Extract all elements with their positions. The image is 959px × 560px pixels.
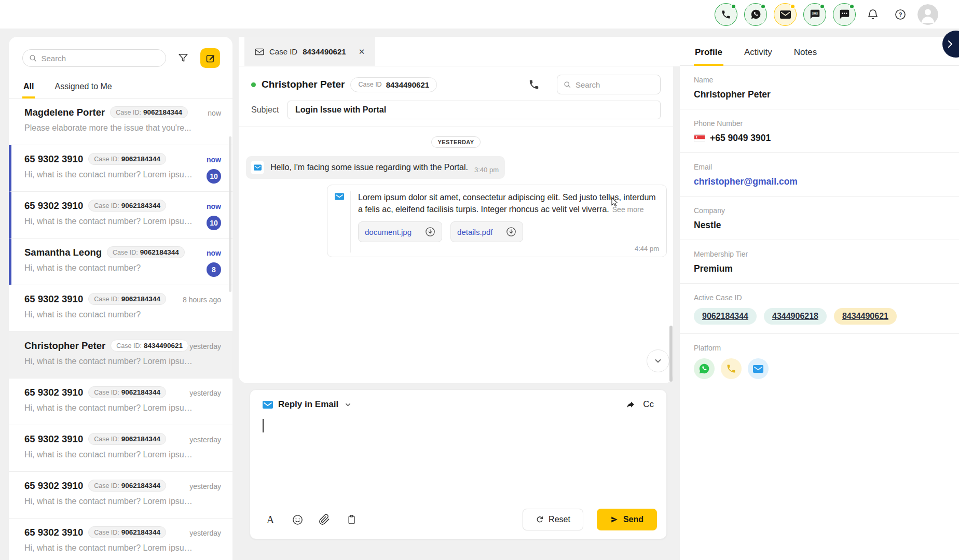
conversation-row[interactable]: 65 9302 3910 Case ID:9062184344 yesterda… [9,519,232,560]
case-id-pill: Case ID:9062184344 [88,433,166,445]
conversation-row[interactable]: 65 9302 3910 Case ID:9062184344 yesterda… [9,472,232,519]
filter-button[interactable] [173,48,193,68]
online-status-dot [251,82,256,87]
tab-assigned-to-me[interactable]: Assigned to Me [53,75,113,99]
sidebar-search-row [9,37,232,75]
chat-search[interactable] [557,75,661,94]
channel-email-button[interactable] [774,3,797,26]
reply-mode-label: Reply in Email [278,399,338,410]
call-icon[interactable] [528,79,540,90]
email-icon [780,10,791,19]
profile-field-company: Company Nestle [680,197,959,240]
paperclip-icon [319,514,330,525]
chat-scrollbar[interactable] [669,326,673,382]
timestamp: now [207,249,221,257]
contact-name: 65 9302 3910 [24,433,83,445]
profile-phone-value: +65 9049 3901 [710,133,771,144]
bell-icon [867,8,879,21]
compose-button[interactable] [200,48,220,68]
scroll-to-bottom-button[interactable] [647,349,669,372]
platform-whatsapp-icon[interactable] [694,358,715,379]
conversation-row[interactable]: 65 9302 3910 Case ID:9062184344 now Hi, … [9,192,232,239]
conversation-row-selected[interactable]: Christopher Peter Case ID:8434490621 yes… [9,332,232,379]
help-button[interactable]: ? [890,4,911,25]
download-icon[interactable] [506,227,516,237]
notifications-button[interactable] [862,4,883,25]
message-preview: Hi, what is the contact number? Lorem ip… [24,357,221,366]
status-dot [760,4,766,9]
message-preview: Hi, what is the contact number? Lorem ip… [24,403,221,413]
conversation-list: Magdelene Porter Case ID:9062184344 now … [9,99,232,560]
conversation-row[interactable]: 65 9302 3910 Case ID:9062184344 yesterda… [9,379,232,425]
channel-phone-button[interactable] [715,3,737,26]
tab-activity[interactable]: Activity [743,37,773,66]
user-avatar[interactable] [917,4,938,25]
active-case-link-current[interactable]: 8434490621 [834,308,897,325]
singapore-flag-icon [694,134,705,142]
sidebar-search-input[interactable] [42,54,160,63]
chat-search-input[interactable] [576,80,654,89]
reset-button[interactable]: Reset [523,509,583,530]
conversation-row[interactable]: 65 9302 3910 Case ID:9062184344 yesterda… [9,425,232,472]
reply-mode-dropdown[interactable] [345,401,351,408]
conversation-row[interactable]: 65 9302 3910 Case ID:9062184344 8 hours … [9,285,232,332]
cc-button[interactable]: Cc [643,399,654,410]
whatsapp-icon [750,9,761,20]
channel-sms-button[interactable]: SMS [803,3,826,26]
contact-name: 65 9302 3910 [24,527,83,538]
case-id-pill: Case ID:9062184344 [107,246,185,258]
subject-input[interactable]: Login Issue with Portal [287,101,661,119]
active-case-link[interactable]: 4344906218 [764,308,827,325]
conversation-row[interactable]: 65 9302 3910 Case ID:9062184344 now Hi, … [9,145,232,192]
attachment-chip[interactable]: details.pdf [450,221,523,242]
unread-count-badge: 10 [207,169,221,184]
tab-all[interactable]: All [22,75,35,99]
message-preview: Hi, what is the contact number? Lorem ip… [24,543,221,553]
platform-phone-icon[interactable] [721,358,742,379]
download-icon[interactable] [425,227,435,237]
attachment-chip[interactable]: document.jpg [358,221,442,242]
attach-file-button[interactable] [318,513,331,526]
status-dot [731,4,736,9]
contact-name: Magdelene Porter [24,107,105,118]
platform-email-icon[interactable] [748,358,769,379]
help-icon: ? [894,8,907,21]
conversation-row[interactable]: Magdelene Porter Case ID:9062184344 now … [9,99,232,145]
contact-name: 65 9302 3910 [24,293,83,305]
active-case-link[interactable]: 9062184344 [694,308,757,325]
forward-icon[interactable] [625,400,636,409]
conversation-sidebar: All Assigned to Me Magdelene Porter Case… [9,37,232,560]
text-format-button[interactable]: A [264,513,277,526]
outgoing-message: Lorem ipsum dolor sit amet, consectetur … [245,185,667,257]
profile-name-value: Christopher Peter [694,89,947,100]
send-button[interactable]: Send [597,509,657,530]
emoji-button[interactable] [291,513,304,526]
topbar: SMS ? [0,0,959,29]
timestamp: yesterday [189,389,221,397]
sidebar-scrollbar[interactable] [229,136,231,292]
timestamp: 8 hours ago [183,296,221,304]
tab-notes[interactable]: Notes [793,37,818,66]
timestamp: yesterday [189,342,221,351]
case-tab[interactable]: Case ID 8434490621 ✕ [244,37,375,66]
chevron-down-icon [654,357,662,365]
timestamp: now [207,202,221,211]
conversation-row[interactable]: Samantha Leong Case ID:9062184344 now Hi… [9,239,232,285]
reply-textarea[interactable] [263,415,654,487]
profile-email-link[interactable]: christopher@gmail.com [694,176,947,187]
tab-profile[interactable]: Profile [694,37,723,66]
profile-field-email: Email christopher@gmail.com [680,153,959,197]
see-more-link[interactable]: See more [612,205,644,214]
template-button[interactable] [345,513,358,526]
sidebar-search[interactable] [22,49,166,67]
message-preview: Hi, what is the contact number? Lorem ip… [24,497,221,506]
message-time: 3:40 pm [474,166,499,174]
app-root: SMS ? [0,0,959,560]
channel-whatsapp-button[interactable] [744,3,767,26]
channel-livechat-button[interactable] [833,3,856,26]
reply-composer: Reply in Email Cc A [250,389,667,539]
close-tab-icon[interactable]: ✕ [359,47,365,57]
svg-text:?: ? [899,11,902,18]
status-dot [819,4,825,9]
reply-header: Reply in Email Cc [250,390,666,413]
